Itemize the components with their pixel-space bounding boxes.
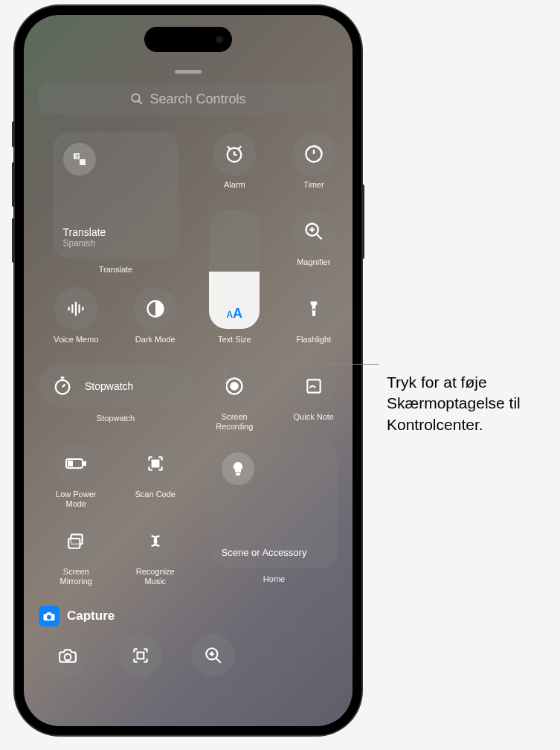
screen-mirroring-tile[interactable]: Screen Mirroring — [39, 519, 114, 592]
dark-mode-icon — [134, 287, 177, 330]
callout-line — [225, 364, 226, 389]
volume-up-button — [12, 162, 15, 207]
quick-note-icon — [292, 365, 335, 408]
timer-icon — [292, 132, 335, 176]
stopwatch-tile[interactable]: Stopwatch Stopwatch — [39, 365, 193, 438]
dynamic-island — [144, 27, 232, 52]
recognize-music-tile[interactable]: Recognize Music — [118, 519, 193, 592]
voice-memo-tile[interactable]: Voice Memo — [39, 287, 114, 360]
timer-tile[interactable]: Timer — [277, 132, 352, 205]
callout-text: Tryk for at føje Skærmoptagelse til Kont… — [387, 372, 550, 435]
svg-line-1 — [139, 100, 143, 104]
translate-icon: 文 — [63, 143, 96, 176]
svg-line-42 — [216, 658, 221, 663]
alarm-tile[interactable]: Alarm — [197, 132, 272, 205]
svg-rect-35 — [236, 473, 240, 475]
camera-tile[interactable] — [46, 634, 89, 677]
flashlight-label: Flashlight — [296, 335, 331, 344]
voice-memo-label: Voice Memo — [54, 335, 99, 344]
magnifier-label: Magnifier — [297, 257, 330, 267]
capture-section-header: Capture — [39, 606, 338, 626]
svg-rect-37 — [69, 539, 80, 548]
dark-mode-label: Dark Mode — [135, 335, 176, 344]
callout-line — [225, 364, 379, 365]
low-power-icon — [54, 442, 97, 485]
dark-mode-tile[interactable]: Dark Mode — [118, 287, 193, 360]
search-placeholder: Search Controls — [149, 92, 245, 107]
svg-rect-30 — [68, 461, 72, 466]
screen-recording-icon — [213, 365, 256, 408]
scan-code-label: Scan Code — [135, 490, 176, 499]
power-button — [361, 185, 364, 259]
magnifier-icon — [292, 210, 335, 253]
flashlight-tile[interactable]: Flashlight — [277, 287, 352, 360]
scan-code-tile[interactable]: Scan Code — [118, 442, 193, 515]
svg-rect-34 — [156, 464, 158, 467]
magnifier-tile[interactable]: Magnifier — [277, 210, 352, 283]
translate-label: Translate — [99, 265, 132, 274]
timer-label: Timer — [303, 180, 324, 190]
flashlight-icon — [292, 287, 335, 330]
magnifier-capture-tile[interactable] — [192, 634, 235, 677]
quick-note-label: Quick Note — [294, 412, 334, 422]
bulb-icon — [222, 452, 254, 485]
home-tile[interactable]: Scene or Accessory Home — [197, 442, 351, 592]
scan-code-icon — [134, 442, 177, 485]
svg-rect-29 — [83, 462, 86, 465]
mute-switch — [12, 121, 15, 147]
shazam-icon — [134, 519, 177, 562]
stopwatch-inline-label: Stopwatch — [85, 380, 133, 392]
svg-point-0 — [132, 94, 141, 102]
svg-rect-32 — [156, 461, 158, 463]
svg-line-11 — [316, 234, 321, 240]
home-label-below: Home — [263, 574, 285, 583]
capture-row — [39, 634, 338, 677]
screen-recording-label: Screen Recording — [216, 412, 253, 432]
text-size-label: Text Size — [218, 335, 251, 344]
camera-app-icon — [39, 606, 59, 626]
svg-point-21 — [56, 380, 70, 394]
svg-rect-31 — [152, 461, 154, 463]
screen-mirroring-label: Screen Mirroring — [60, 567, 92, 586]
translate-title: Translate — [63, 226, 106, 238]
text-size-tile[interactable]: AA Text Size — [197, 210, 272, 360]
volume-down-button — [12, 218, 15, 263]
screen-mirroring-icon — [54, 519, 97, 562]
search-icon — [130, 92, 144, 106]
scan-document-tile[interactable] — [119, 634, 162, 677]
svg-point-39 — [65, 654, 71, 661]
svg-line-7 — [239, 147, 242, 150]
low-power-label: Low Power Mode — [56, 490, 96, 509]
recognize-music-label: Recognize Music — [136, 567, 175, 586]
home-title: Scene or Accessory — [222, 547, 307, 558]
text-size-slider[interactable]: AA — [209, 210, 260, 329]
translate-tile[interactable]: 文 Translate Spanish Translate — [39, 132, 193, 283]
text-size-icon: AA — [226, 306, 242, 321]
quick-note-tile[interactable]: Quick Note — [277, 365, 352, 438]
svg-line-22 — [62, 385, 65, 388]
low-power-tile[interactable]: Low Power Mode — [39, 442, 114, 515]
svg-point-26 — [231, 382, 238, 389]
alarm-label: Alarm — [224, 180, 245, 190]
screen-recording-tile[interactable]: Screen Recording — [197, 365, 272, 438]
svg-text:文: 文 — [75, 153, 80, 158]
capture-section-title: Capture — [67, 609, 115, 624]
screen: Search Controls 文 Translate Spanish Tran — [24, 15, 353, 726]
iphone-frame: Search Controls 文 Translate Spanish Tran — [15, 6, 361, 735]
controls-gallery: Search Controls 文 Translate Spanish Tran — [24, 15, 353, 726]
translate-subtitle: Spanish — [63, 238, 106, 249]
svg-point-38 — [47, 615, 51, 620]
search-input[interactable]: Search Controls — [39, 83, 338, 115]
stopwatch-icon — [49, 373, 76, 400]
voice-memo-icon — [54, 287, 97, 330]
controls-grid: 文 Translate Spanish Translate Alarm — [39, 132, 351, 592]
svg-rect-40 — [138, 653, 144, 659]
svg-rect-33 — [152, 464, 154, 467]
alarm-icon — [213, 132, 256, 176]
svg-line-6 — [228, 147, 231, 150]
svg-point-20 — [312, 309, 315, 311]
stopwatch-label: Stopwatch — [97, 414, 135, 423]
